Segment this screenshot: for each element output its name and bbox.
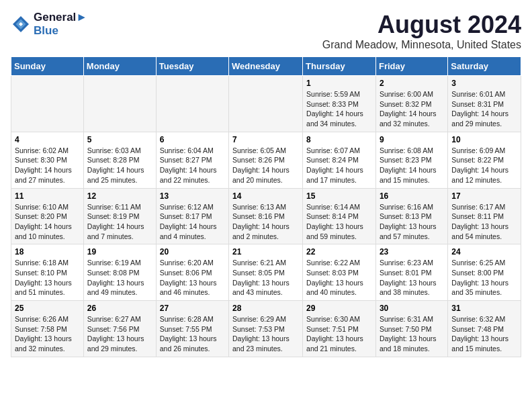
day-number: 24 — [451, 247, 517, 257]
subtitle: Grand Meadow, Minnesota, United States — [322, 39, 521, 51]
day-info: Sunrise: 6:10 AM Sunset: 8:20 PM Dayligh… — [15, 202, 80, 242]
calendar-cell: 16Sunrise: 6:16 AM Sunset: 8:13 PM Dayli… — [375, 188, 447, 244]
calendar-cell — [229, 76, 303, 132]
calendar-cell: 1Sunrise: 5:59 AM Sunset: 8:33 PM Daylig… — [303, 76, 376, 132]
day-number: 29 — [306, 304, 372, 313]
day-number: 6 — [160, 135, 225, 144]
calendar-cell: 18Sunrise: 6:18 AM Sunset: 8:10 PM Dayli… — [11, 244, 84, 301]
day-number: 9 — [380, 135, 444, 144]
calendar-cell — [156, 76, 228, 132]
day-header-tuesday: Tuesday — [156, 57, 228, 76]
calendar-cell: 24Sunrise: 6:25 AM Sunset: 8:00 PM Dayli… — [448, 244, 521, 301]
calendar-cell: 11Sunrise: 6:10 AM Sunset: 8:20 PM Dayli… — [11, 188, 84, 244]
day-header-sunday: Sunday — [11, 57, 84, 76]
day-number: 11 — [15, 191, 80, 201]
calendar-cell: 27Sunrise: 6:28 AM Sunset: 7:55 PM Dayli… — [156, 301, 228, 357]
day-header-thursday: Thursday — [303, 57, 376, 76]
day-number: 1 — [306, 79, 372, 88]
day-number: 21 — [232, 247, 299, 257]
calendar-week-row: 1Sunrise: 5:59 AM Sunset: 8:33 PM Daylig… — [11, 76, 521, 132]
day-info: Sunrise: 6:07 AM Sunset: 8:24 PM Dayligh… — [306, 146, 372, 185]
calendar-cell — [11, 76, 84, 132]
calendar-cell: 5Sunrise: 6:03 AM Sunset: 8:28 PM Daylig… — [83, 132, 156, 188]
day-info: Sunrise: 6:04 AM Sunset: 8:27 PM Dayligh… — [160, 146, 225, 185]
day-number: 17 — [451, 191, 517, 201]
day-number: 19 — [87, 247, 152, 257]
calendar-cell: 12Sunrise: 6:11 AM Sunset: 8:19 PM Dayli… — [83, 188, 156, 244]
calendar-cell: 29Sunrise: 6:30 AM Sunset: 7:51 PM Dayli… — [303, 301, 376, 357]
day-info: Sunrise: 6:03 AM Sunset: 8:28 PM Dayligh… — [87, 146, 152, 185]
logo: General► Blue — [11, 11, 87, 38]
page-header: General► Blue August 2024 Grand Meadow, … — [11, 11, 521, 51]
calendar-cell: 26Sunrise: 6:27 AM Sunset: 7:56 PM Dayli… — [83, 301, 156, 357]
calendar-cell: 31Sunrise: 6:32 AM Sunset: 7:48 PM Dayli… — [448, 301, 521, 357]
calendar-cell: 4Sunrise: 6:02 AM Sunset: 8:30 PM Daylig… — [11, 132, 84, 188]
day-info: Sunrise: 6:13 AM Sunset: 8:16 PM Dayligh… — [232, 202, 299, 242]
day-number: 7 — [232, 135, 299, 144]
day-info: Sunrise: 5:59 AM Sunset: 8:33 PM Dayligh… — [306, 89, 372, 129]
day-number: 10 — [451, 135, 517, 144]
day-number: 8 — [306, 135, 372, 144]
day-number: 27 — [160, 304, 225, 313]
day-info: Sunrise: 6:25 AM Sunset: 8:00 PM Dayligh… — [451, 258, 517, 298]
day-number: 16 — [380, 191, 444, 201]
day-number: 14 — [232, 191, 299, 201]
day-info: Sunrise: 6:09 AM Sunset: 8:22 PM Dayligh… — [451, 146, 517, 185]
calendar-cell: 14Sunrise: 6:13 AM Sunset: 8:16 PM Dayli… — [229, 188, 303, 244]
day-number: 31 — [451, 304, 517, 313]
calendar-cell: 23Sunrise: 6:23 AM Sunset: 8:01 PM Dayli… — [375, 244, 447, 301]
calendar-cell: 19Sunrise: 6:19 AM Sunset: 8:08 PM Dayli… — [83, 244, 156, 301]
calendar-cell: 3Sunrise: 6:01 AM Sunset: 8:31 PM Daylig… — [448, 76, 521, 132]
day-number: 30 — [380, 304, 444, 313]
calendar-week-row: 4Sunrise: 6:02 AM Sunset: 8:30 PM Daylig… — [11, 132, 521, 188]
calendar-cell: 25Sunrise: 6:26 AM Sunset: 7:58 PM Dayli… — [11, 301, 84, 357]
day-info: Sunrise: 6:20 AM Sunset: 8:06 PM Dayligh… — [160, 258, 225, 298]
calendar-table: SundayMondayTuesdayWednesdayThursdayFrid… — [11, 56, 521, 357]
day-info: Sunrise: 6:30 AM Sunset: 7:51 PM Dayligh… — [306, 314, 372, 354]
day-info: Sunrise: 6:21 AM Sunset: 8:05 PM Dayligh… — [232, 258, 299, 298]
calendar-cell — [83, 76, 156, 132]
day-info: Sunrise: 6:08 AM Sunset: 8:23 PM Dayligh… — [380, 146, 444, 185]
day-info: Sunrise: 6:02 AM Sunset: 8:30 PM Dayligh… — [15, 146, 80, 185]
day-info: Sunrise: 6:29 AM Sunset: 7:53 PM Dayligh… — [232, 314, 299, 354]
day-number: 3 — [451, 79, 517, 88]
day-info: Sunrise: 6:00 AM Sunset: 8:32 PM Dayligh… — [380, 89, 444, 129]
calendar-cell: 10Sunrise: 6:09 AM Sunset: 8:22 PM Dayli… — [448, 132, 521, 188]
day-number: 13 — [160, 191, 225, 201]
logo-text: General► Blue — [34, 11, 87, 38]
day-info: Sunrise: 6:22 AM Sunset: 8:03 PM Dayligh… — [306, 258, 372, 298]
day-header-wednesday: Wednesday — [229, 57, 303, 76]
calendar-header-row: SundayMondayTuesdayWednesdayThursdayFrid… — [11, 57, 521, 76]
day-info: Sunrise: 6:14 AM Sunset: 8:14 PM Dayligh… — [306, 202, 372, 242]
day-info: Sunrise: 6:31 AM Sunset: 7:50 PM Dayligh… — [380, 314, 444, 354]
day-number: 23 — [380, 247, 444, 257]
calendar-week-row: 11Sunrise: 6:10 AM Sunset: 8:20 PM Dayli… — [11, 188, 521, 244]
day-info: Sunrise: 6:12 AM Sunset: 8:17 PM Dayligh… — [160, 202, 225, 242]
logo-icon — [11, 14, 31, 34]
day-info: Sunrise: 6:18 AM Sunset: 8:10 PM Dayligh… — [15, 258, 80, 298]
day-info: Sunrise: 6:23 AM Sunset: 8:01 PM Dayligh… — [380, 258, 444, 298]
day-number: 4 — [15, 135, 80, 144]
day-info: Sunrise: 6:19 AM Sunset: 8:08 PM Dayligh… — [87, 258, 152, 298]
day-number: 20 — [160, 247, 225, 257]
day-number: 2 — [380, 79, 444, 88]
day-info: Sunrise: 6:26 AM Sunset: 7:58 PM Dayligh… — [15, 314, 80, 354]
calendar-cell: 21Sunrise: 6:21 AM Sunset: 8:05 PM Dayli… — [229, 244, 303, 301]
main-title: August 2024 — [322, 11, 521, 39]
calendar-cell: 9Sunrise: 6:08 AM Sunset: 8:23 PM Daylig… — [375, 132, 447, 188]
title-section: August 2024 Grand Meadow, Minnesota, Uni… — [322, 11, 521, 51]
day-info: Sunrise: 6:28 AM Sunset: 7:55 PM Dayligh… — [160, 314, 225, 354]
calendar-cell: 6Sunrise: 6:04 AM Sunset: 8:27 PM Daylig… — [156, 132, 228, 188]
calendar-cell: 17Sunrise: 6:17 AM Sunset: 8:11 PM Dayli… — [448, 188, 521, 244]
day-info: Sunrise: 6:16 AM Sunset: 8:13 PM Dayligh… — [380, 202, 444, 242]
day-number: 22 — [306, 247, 372, 257]
day-number: 26 — [87, 304, 152, 313]
calendar-cell: 2Sunrise: 6:00 AM Sunset: 8:32 PM Daylig… — [375, 76, 447, 132]
calendar-week-row: 25Sunrise: 6:26 AM Sunset: 7:58 PM Dayli… — [11, 301, 521, 357]
calendar-cell: 28Sunrise: 6:29 AM Sunset: 7:53 PM Dayli… — [229, 301, 303, 357]
calendar-cell: 13Sunrise: 6:12 AM Sunset: 8:17 PM Dayli… — [156, 188, 228, 244]
day-info: Sunrise: 6:01 AM Sunset: 8:31 PM Dayligh… — [451, 89, 517, 129]
day-number: 18 — [15, 247, 80, 257]
calendar-cell: 7Sunrise: 6:05 AM Sunset: 8:26 PM Daylig… — [229, 132, 303, 188]
calendar-week-row: 18Sunrise: 6:18 AM Sunset: 8:10 PM Dayli… — [11, 244, 521, 301]
